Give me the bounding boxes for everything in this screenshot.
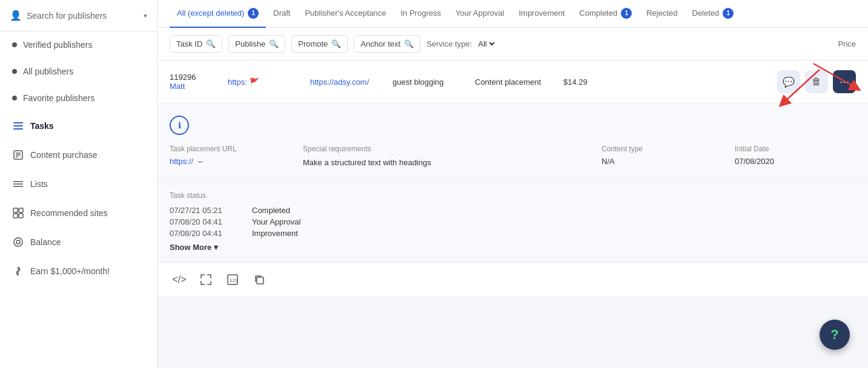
task-row-container: 119296 Matt https: 🚩 https://adsy.com/ g… bbox=[157, 61, 868, 104]
content-area: 119296 Matt https: 🚩 https://adsy.com/ g… bbox=[157, 61, 868, 368]
code-view-button[interactable]: </> bbox=[170, 270, 189, 289]
requirements-section: Special requirements Make a structured t… bbox=[303, 145, 589, 169]
publisher-url-text: https: bbox=[228, 77, 247, 87]
tab-in-progress[interactable]: In Progress bbox=[393, 0, 448, 28]
tab-deleted[interactable]: Deleted 1 bbox=[685, 0, 741, 28]
tab-all-badge: 1 bbox=[248, 8, 259, 19]
recommended-sites-icon bbox=[12, 207, 24, 219]
detail-panel: ℹ Task placement URL https:// – Special … bbox=[157, 104, 868, 182]
promote-filter[interactable]: Promote 🔍 bbox=[291, 35, 348, 53]
status-date-1: 07/27/21 05:21 bbox=[170, 206, 242, 215]
expand-icon bbox=[200, 274, 211, 285]
tab-completed[interactable]: Completed 1 bbox=[572, 0, 639, 28]
task-id-label: Task ID bbox=[176, 39, 202, 48]
svg-rect-11 bbox=[19, 208, 23, 212]
sidebar-item-all-publishers[interactable]: All publishers bbox=[0, 58, 157, 85]
task-publisher-url[interactable]: https: 🚩 bbox=[228, 77, 300, 87]
balance-label: Balance bbox=[30, 237, 61, 247]
tab-bar: All (except deleted) 1 Draft Publisher's… bbox=[157, 0, 868, 28]
sidebar-item-balance[interactable]: Balance bbox=[0, 228, 157, 257]
show-more-label: Show More bbox=[170, 243, 211, 252]
publisher-filter[interactable]: Publishe 🔍 bbox=[228, 35, 285, 53]
service-type-filter[interactable]: Service type: All bbox=[426, 39, 497, 49]
tab-improvement[interactable]: Improvement bbox=[511, 0, 572, 28]
tab-publishers-acceptance-label: Publisher's Acceptance bbox=[305, 8, 386, 18]
tab-draft[interactable]: Draft bbox=[266, 0, 297, 28]
delete-button[interactable]: 🗑 bbox=[805, 70, 828, 93]
search-publishers-button[interactable]: 👤 Search for publishers ▾ bbox=[0, 0, 157, 31]
detail-grid: Task placement URL https:// – Special re… bbox=[170, 145, 856, 169]
sidebar-navigation: Verified publishers All publishers Favor… bbox=[0, 31, 157, 286]
tab-all-label: All (except deleted) bbox=[177, 8, 244, 18]
service-type-select[interactable]: All bbox=[475, 39, 497, 49]
task-id-filter[interactable]: Task ID 🔍 bbox=[170, 35, 222, 53]
tab-in-progress-label: In Progress bbox=[400, 8, 440, 18]
content-purchase-label: Content purchase bbox=[30, 150, 98, 160]
numbers-icon: 123 bbox=[227, 274, 238, 285]
placement-url-section: Task placement URL https:// – bbox=[170, 145, 291, 169]
tab-completed-label: Completed bbox=[579, 8, 617, 18]
earn-label: Earn $1,000+/month! bbox=[30, 266, 110, 276]
task-user[interactable]: Matt bbox=[170, 82, 218, 91]
help-button[interactable]: ? bbox=[820, 320, 850, 350]
lists-icon bbox=[12, 178, 24, 190]
chevron-down-icon: ▾ bbox=[144, 12, 147, 20]
search-icon: 🔍 bbox=[331, 39, 341, 48]
task-service-type: Content placement bbox=[475, 77, 554, 87]
status-value-2: Your Approval bbox=[252, 217, 300, 226]
tab-completed-badge: 1 bbox=[621, 8, 632, 19]
svg-point-14 bbox=[14, 238, 22, 246]
sidebar-item-recommended-sites[interactable]: Recommended sites bbox=[0, 199, 157, 228]
show-more-button[interactable]: Show More ▾ bbox=[170, 243, 856, 252]
balance-icon bbox=[12, 236, 24, 248]
tab-draft-label: Draft bbox=[273, 8, 290, 18]
search-icon: 🔍 bbox=[269, 39, 279, 48]
task-row: 119296 Matt https: 🚩 https://adsy.com/ g… bbox=[157, 61, 868, 104]
chat-button[interactable]: 💬 bbox=[777, 70, 800, 93]
anchor-text-label: Anchor text bbox=[360, 39, 400, 48]
tab-rejected[interactable]: Rejected bbox=[639, 0, 684, 28]
all-publishers-label: All publishers bbox=[23, 67, 73, 76]
initial-date-section: Initial Date 07/08/2020 bbox=[735, 145, 856, 169]
status-row-3: 07/08/20 04:41 Improvement bbox=[170, 229, 856, 238]
sidebar-item-lists[interactable]: Lists bbox=[0, 169, 157, 199]
search-icon: 🔍 bbox=[206, 39, 216, 48]
initial-date-label: Initial Date bbox=[735, 145, 856, 153]
tab-your-approval[interactable]: Your Approval bbox=[448, 0, 511, 28]
task-id-column: 119296 Matt bbox=[170, 73, 218, 91]
svg-rect-0 bbox=[13, 122, 23, 123]
sidebar-item-tasks[interactable]: Tasks bbox=[0, 111, 157, 140]
sidebar: 👤 Search for publishers ▾ Verified publi… bbox=[0, 0, 157, 368]
anchor-text-filter[interactable]: Anchor text 🔍 bbox=[354, 35, 420, 53]
info-icon: ℹ bbox=[170, 116, 189, 135]
tab-rejected-label: Rejected bbox=[646, 8, 677, 18]
sidebar-item-earn[interactable]: Earn $1,000+/month! bbox=[0, 257, 157, 286]
task-promote-url[interactable]: https://adsy.com/ bbox=[310, 77, 383, 87]
tab-your-approval-label: Your Approval bbox=[456, 8, 504, 18]
code-icon: </> bbox=[172, 274, 186, 285]
status-value-1: Completed bbox=[252, 206, 290, 215]
expand-view-button[interactable] bbox=[196, 270, 216, 289]
flag-icon: 🚩 bbox=[250, 77, 259, 87]
numbers-view-button[interactable]: 123 bbox=[223, 270, 242, 289]
sidebar-item-favorite-publishers[interactable]: Favorite publishers bbox=[0, 85, 157, 111]
task-id: 119296 bbox=[170, 73, 218, 82]
task-anchor-text: guest blogging bbox=[393, 77, 465, 87]
svg-rect-1 bbox=[13, 125, 23, 126]
svg-rect-18 bbox=[257, 277, 263, 284]
placement-url-value[interactable]: https:// bbox=[170, 157, 193, 166]
favorite-publishers-label: Favorite publishers bbox=[23, 93, 94, 103]
task-actions: 💬 🗑 ⋯ bbox=[777, 70, 856, 93]
copy-icon bbox=[254, 274, 265, 285]
tab-all-except-deleted[interactable]: All (except deleted) 1 bbox=[170, 0, 266, 28]
more-options-button[interactable]: ⋯ bbox=[833, 70, 856, 93]
sidebar-item-content-purchase[interactable]: Content purchase bbox=[0, 140, 157, 169]
copy-button[interactable] bbox=[250, 270, 269, 289]
tasks-icon bbox=[12, 120, 24, 132]
status-value-3: Improvement bbox=[252, 229, 298, 238]
promote-url-text: https://adsy.com/ bbox=[310, 77, 369, 87]
sidebar-item-verified-publishers[interactable]: Verified publishers bbox=[0, 31, 157, 58]
tab-deleted-badge: 1 bbox=[723, 8, 734, 19]
content-type-value: N/A bbox=[601, 157, 723, 166]
tab-publishers-acceptance[interactable]: Publisher's Acceptance bbox=[297, 0, 393, 28]
